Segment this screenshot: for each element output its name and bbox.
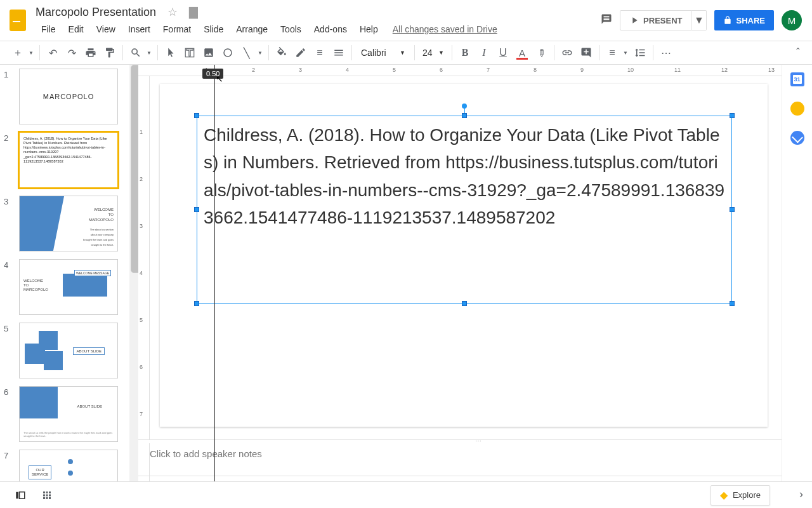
print-button[interactable] [82, 44, 100, 62]
menu-file[interactable]: File [36, 22, 62, 37]
resize-handle-sw[interactable] [194, 301, 199, 306]
doc-title[interactable]: Marcopolo Presentation [36, 6, 156, 19]
save-status[interactable]: All changes saved in Drive [393, 24, 497, 34]
slide-canvas[interactable]: Childress, A. (2018). How to Organize Yo… [160, 84, 768, 427]
font-size-select[interactable]: 24 ▼ [419, 44, 448, 62]
slide-entry-7[interactable]: 7 OURSERVICE [0, 446, 138, 481]
keep-icon[interactable] [790, 102, 804, 116]
paint-format-button[interactable] [101, 44, 119, 62]
header: Marcopolo Presentation ☆ ▇ File Edit Vie… [0, 0, 812, 41]
slide-entry-3[interactable]: 3 WELCOMETOMARCOPOLOThe about us section… [0, 192, 138, 255]
expand-sidepanel-button[interactable]: › [799, 488, 803, 501]
speaker-notes[interactable]: Click to add speaker notes [138, 443, 812, 476]
resize-handle-s[interactable] [462, 301, 467, 306]
resize-handle-nw[interactable] [194, 113, 199, 118]
menu-view[interactable]: View [91, 22, 121, 37]
underline-button[interactable]: U [494, 44, 512, 62]
italic-button[interactable]: I [475, 44, 493, 62]
slide-entry-1[interactable]: 1 MARCOPOLO [0, 65, 138, 128]
present-button[interactable]: PRESENT [620, 10, 691, 30]
shape-tool[interactable] [219, 44, 237, 62]
slide-thumb-5[interactable]: ABOUT SLIDE [19, 323, 118, 378]
menu-tools[interactable]: Tools [275, 22, 307, 37]
fill-color-button[interactable] [273, 44, 291, 62]
selected-textbox[interactable]: Childress, A. (2018). How to Organize Yo… [197, 116, 732, 304]
align-button[interactable]: ≡ [603, 44, 621, 62]
new-slide-button[interactable]: ＋ [9, 44, 27, 62]
redo-button[interactable]: ↷ [63, 44, 81, 62]
resize-handle-e[interactable] [730, 207, 735, 212]
insert-link-button[interactable] [558, 44, 576, 62]
present-label: PRESENT [643, 16, 682, 25]
menu-help[interactable]: Help [354, 22, 384, 37]
insert-comment-button[interactable] [577, 44, 595, 62]
present-dropdown[interactable]: ▼ [691, 10, 707, 30]
menu-slide[interactable]: Slide [198, 22, 229, 37]
resize-handle-ne[interactable] [730, 113, 735, 118]
menu-format[interactable]: Format [157, 22, 197, 37]
menu-arrange[interactable]: Arrange [230, 22, 273, 37]
rotate-handle[interactable] [462, 104, 467, 109]
line-tool[interactable]: ╲ [238, 44, 256, 62]
slide-entry-2[interactable]: 2 Childress, A. (2018). How to Organize … [0, 128, 138, 192]
slide-thumb-7[interactable]: OURSERVICE [19, 450, 118, 481]
slide-entry-6[interactable]: 6 ABOUT SLIDE The about us tells the peo… [0, 382, 138, 446]
image-tool[interactable] [200, 44, 218, 62]
vertical-ruler[interactable]: 1234567 [138, 76, 150, 481]
slide-thumb-1[interactable]: MARCOPOLO [19, 69, 118, 124]
slide-panel-scrollbar[interactable] [129, 65, 138, 481]
zoom-button[interactable] [127, 44, 145, 62]
body: 1 MARCOPOLO 2 Childress, A. (2018). How … [0, 65, 812, 481]
slide-entry-4[interactable]: 4 WELCOMETOMARCOPOLO WELCOME MESSAGE [0, 255, 138, 319]
resize-handle-n[interactable] [462, 113, 467, 118]
tasks-icon[interactable] [790, 131, 804, 145]
grid-view-button[interactable] [38, 486, 56, 504]
line-dropdown[interactable]: ▼ [256, 44, 265, 62]
textbox-tool[interactable] [181, 44, 199, 62]
highlight-button[interactable]: ✎ [532, 44, 550, 62]
guide-line[interactable] [214, 65, 215, 508]
filmstrip-view-button[interactable] [11, 486, 29, 504]
move-folder-icon[interactable]: ▇ [189, 5, 198, 19]
share-label: SHARE [736, 16, 765, 25]
border-color-button[interactable] [292, 44, 310, 62]
bold-button[interactable]: B [456, 44, 474, 62]
slide-thumb-3[interactable]: WELCOMETOMARCOPOLOThe about us sectionab… [19, 196, 118, 251]
calendar-icon[interactable]: 31 [790, 72, 804, 86]
menubar: File Edit View Insert Format Slide Arran… [36, 22, 601, 37]
share-button[interactable]: SHARE [714, 10, 774, 30]
explore-button[interactable]: ◆ Explore [710, 485, 770, 505]
svg-rect-3 [20, 491, 25, 498]
slide-num: 4 [4, 259, 11, 315]
user-avatar[interactable]: M [782, 10, 802, 30]
collapse-toolbar-button[interactable]: ˆ [789, 44, 807, 62]
more-tools-button[interactable]: ⋯ [657, 44, 675, 62]
resize-handle-w[interactable] [194, 207, 199, 212]
border-dash-button[interactable] [330, 44, 348, 62]
menu-edit[interactable]: Edit [63, 22, 89, 37]
undo-button[interactable]: ↶ [44, 44, 62, 62]
slide-panel[interactable]: 1 MARCOPOLO 2 Childress, A. (2018). How … [0, 65, 138, 481]
resize-handle-se[interactable] [730, 301, 735, 306]
horizontal-ruler[interactable]: 0.50 12345678910111213 [138, 65, 812, 76]
star-icon[interactable]: ☆ [167, 5, 178, 19]
slide-thumb-4[interactable]: WELCOMETOMARCOPOLO WELCOME MESSAGE [19, 259, 118, 315]
text-color-button[interactable]: A [513, 44, 531, 62]
slides-logo[interactable] [5, 8, 30, 33]
border-weight-button[interactable]: ≡ [311, 44, 329, 62]
new-slide-dropdown[interactable]: ▼ [27, 44, 36, 62]
align-dropdown[interactable]: ▼ [621, 44, 630, 62]
slide-thumb-6[interactable]: ABOUT SLIDE The about us tells the peopl… [19, 386, 118, 442]
select-tool[interactable] [162, 44, 180, 62]
menu-addons[interactable]: Add-ons [308, 22, 353, 37]
textbox-content[interactable]: Childress, A. (2018). How to Organize Yo… [197, 116, 731, 237]
line-spacing-button[interactable] [631, 44, 649, 62]
comments-icon[interactable] [601, 12, 612, 29]
menu-insert[interactable]: Insert [122, 22, 156, 37]
zoom-dropdown[interactable]: ▼ [145, 44, 154, 62]
font-select[interactable]: Calibri ▼ [356, 44, 410, 62]
notes-divider[interactable] [138, 439, 812, 443]
slide-thumb-2[interactable]: Childress, A. (2018). How to Organize Yo… [19, 132, 118, 188]
font-size: 24 [422, 48, 433, 58]
slide-entry-5[interactable]: 5 ABOUT SLIDE [0, 319, 138, 382]
